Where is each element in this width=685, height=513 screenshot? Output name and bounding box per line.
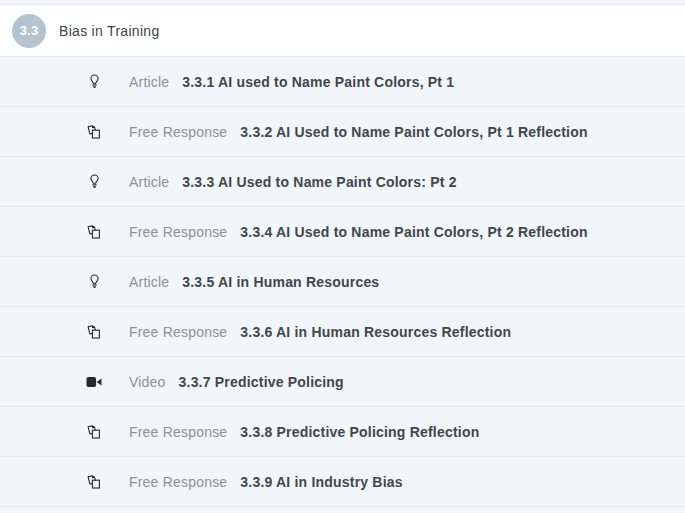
lesson-icon-box: [85, 423, 103, 441]
lesson-type-label: Free Response: [129, 224, 227, 240]
lesson-row[interactable]: Video 3.3.7 Predictive Policing: [0, 357, 685, 407]
lesson-row[interactable]: Free Response 3.3.6 AI in Human Resource…: [0, 307, 685, 357]
section-title: Bias in Training: [59, 23, 160, 39]
lesson-title: 3.3.1 AI used to Name Paint Colors, Pt 1: [182, 74, 454, 90]
lesson-icon-box: [85, 123, 103, 141]
lesson-type-label: Article: [129, 274, 169, 290]
lightbulb-icon: [89, 174, 100, 189]
lightbulb-icon: [89, 274, 100, 289]
section-number-badge: 3.3: [12, 14, 46, 48]
lesson-type-label: Article: [129, 74, 169, 90]
lesson-row[interactable]: Free Response 3.3.9 AI in Industry Bias: [0, 457, 685, 507]
lesson-title: 3.3.5 AI in Human Resources: [182, 274, 379, 290]
lesson-icon-box: [85, 373, 103, 391]
lesson-icon-box: [85, 223, 103, 241]
lesson-row[interactable]: Article 3.3.5 AI in Human Resources: [0, 257, 685, 307]
lesson-title: 3.3.8 Predictive Policing Reflection: [240, 424, 479, 440]
lesson-row[interactable]: Article 3.3.3 AI Used to Name Paint Colo…: [0, 157, 685, 207]
section-header[interactable]: 3.3 Bias in Training: [0, 5, 685, 57]
free-response-pages-icon: [86, 224, 102, 240]
lesson-icon-box: [85, 323, 103, 341]
lesson-title: 3.3.4 AI Used to Name Paint Colors, Pt 2…: [240, 224, 587, 240]
lesson-title: 3.3.7 Predictive Policing: [179, 374, 344, 390]
lesson-type-label: Article: [129, 174, 169, 190]
lesson-type-label: Free Response: [129, 424, 227, 440]
lesson-row[interactable]: Article 3.3.1 AI used to Name Paint Colo…: [0, 57, 685, 107]
free-response-pages-icon: [86, 324, 102, 340]
lesson-type-label: Free Response: [129, 324, 227, 340]
lesson-icon-box: [85, 273, 103, 291]
lesson-list: Article 3.3.1 AI used to Name Paint Colo…: [0, 57, 685, 513]
lightbulb-icon: [89, 74, 100, 89]
lesson-title: 3.3.2 AI Used to Name Paint Colors, Pt 1…: [240, 124, 587, 140]
lesson-row[interactable]: Free Response 3.3.8 Predictive Policing …: [0, 407, 685, 457]
lesson-title: 3.3.9 AI in Industry Bias: [240, 474, 402, 490]
lesson-title: 3.3.6 AI in Human Resources Reflection: [240, 324, 511, 340]
lesson-icon-box: [85, 473, 103, 491]
video-camera-icon: [86, 376, 102, 388]
lesson-title: 3.3.3 AI Used to Name Paint Colors: Pt 2: [182, 174, 456, 190]
lesson-type-label: Video: [129, 374, 166, 390]
free-response-pages-icon: [86, 424, 102, 440]
free-response-pages-icon: [86, 124, 102, 140]
lesson-type-label: Free Response: [129, 474, 227, 490]
lesson-row[interactable]: Free Response 3.3.4 AI Used to Name Pain…: [0, 207, 685, 257]
curriculum-module: 3.3 Bias in Training Article 3.3: [0, 0, 685, 513]
lesson-icon-box: [85, 173, 103, 191]
lesson-icon-box: [85, 73, 103, 91]
lesson-row[interactable]: Free Response 3.3.2 AI Used to Name Pain…: [0, 107, 685, 157]
lesson-type-label: Free Response: [129, 124, 227, 140]
free-response-pages-icon: [86, 474, 102, 490]
